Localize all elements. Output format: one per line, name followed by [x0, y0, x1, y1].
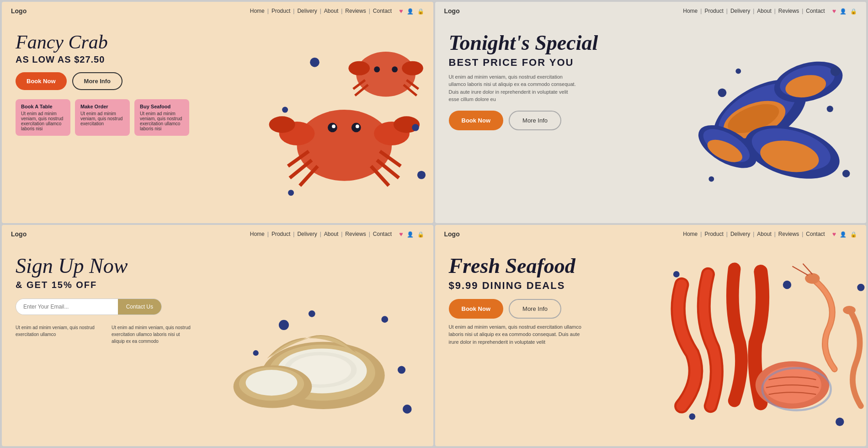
nav-contact-4[interactable]: Contact: [806, 231, 825, 237]
nav-delivery-4[interactable]: Delivery: [730, 231, 750, 237]
nav-about-1[interactable]: About: [324, 8, 338, 14]
nav-reviews-3[interactable]: Reviews: [345, 231, 366, 237]
card-text-1: Ut enim ad minim veniam, quis nostrud ex…: [80, 111, 124, 126]
book-now-btn-2[interactable]: Book Now: [449, 111, 504, 130]
panel-tonights-special: Logo Home | Product | Delivery | About |…: [435, 2, 867, 223]
nav-reviews-2[interactable]: Reviews: [778, 8, 799, 14]
more-info-btn-1[interactable]: More Info: [72, 72, 123, 90]
card-text-0: Ut enim ad minim veniam, quis nostrud ex…: [21, 111, 65, 131]
card-buy-seafood: Buy Seafood Ut enim ad minim veniam, qui…: [134, 99, 189, 136]
nav-home-3[interactable]: Home: [250, 231, 265, 237]
email-input[interactable]: [16, 299, 118, 315]
book-now-btn-4[interactable]: Book Now: [449, 299, 504, 319]
hero-title-1: Fancy Crab: [16, 32, 420, 53]
logo-2: Logo: [444, 7, 460, 15]
navbar-1: Logo Home | Product | Delivery | About |…: [2, 2, 433, 20]
nav-icons-2: [832, 7, 857, 15]
card-title-0: Book A Table: [21, 104, 65, 109]
nav-product-1[interactable]: Product: [272, 8, 290, 14]
nav-product-2[interactable]: Product: [704, 8, 723, 14]
hero-subtitle-1: AS LOW AS $27.50: [16, 54, 420, 65]
book-now-btn-1[interactable]: Book Now: [16, 72, 67, 90]
panel-4-content: Fresh Seafood $9.99 DINING DEALS Book No…: [435, 245, 867, 446]
nav-delivery-3[interactable]: Delivery: [297, 231, 317, 237]
nav-contact-2[interactable]: Contact: [806, 8, 825, 14]
heart-icon-2[interactable]: [832, 7, 836, 15]
nav-product-3[interactable]: Product: [272, 231, 290, 237]
card-book-table: Book A Table Ut enim ad minim veniam, qu…: [16, 99, 70, 136]
hero-title-4: Fresh Seafood: [449, 255, 853, 278]
nav-icons-1: [399, 7, 424, 15]
signup-info: Ut enim ad minim veniam, quis nostrud ex…: [16, 324, 420, 345]
logo-4: Logo: [444, 230, 460, 238]
heart-icon-1[interactable]: [399, 7, 403, 15]
card-title-2: Buy Seafood: [140, 104, 184, 109]
navbar-4: Logo Home | Product | Delivery | About |…: [435, 225, 867, 243]
user-icon-3[interactable]: [407, 230, 414, 238]
more-info-btn-2[interactable]: More Info: [509, 111, 561, 130]
lock-icon-1[interactable]: [417, 7, 424, 15]
contact-us-btn[interactable]: Contact Us: [118, 299, 161, 315]
hero-subtitle-4: $9.99 DINING DEALS: [449, 280, 853, 292]
info-col-text-2: Ut enim ad minim veniam, quis nostrud ex…: [112, 324, 194, 345]
hero-desc-2: Ut enim ad minim veniam, quis nostrud ex…: [449, 73, 577, 103]
nav-home-1[interactable]: Home: [250, 8, 265, 14]
nav-reviews-1[interactable]: Reviews: [345, 8, 366, 14]
nav-about-4[interactable]: About: [757, 231, 771, 237]
hero-title-2: Tonight's Special: [449, 32, 853, 55]
card-make-order: Make Order Ut enim ad minim veniam, quis…: [75, 99, 130, 136]
panel-fancy-crab: Logo Home | Product | Delivery | About |…: [2, 2, 433, 223]
panel-2-content: Tonight's Special BEST PRICE FOR YOU Ut …: [435, 22, 867, 223]
user-icon-2[interactable]: [840, 7, 847, 15]
hero-desc-4: Ut enim ad minim veniam, quis nostrud ex…: [449, 323, 586, 346]
panel-1-content: Fancy Crab AS LOW AS $27.50 Book Now Mor…: [2, 22, 433, 223]
heart-icon-4[interactable]: [832, 230, 836, 238]
nav-links-1: Home | Product | Delivery | About | Revi…: [250, 8, 392, 14]
lock-icon-2[interactable]: [850, 7, 857, 15]
nav-icons-3: [399, 230, 424, 238]
nav-home-2[interactable]: Home: [683, 8, 698, 14]
nav-contact-1[interactable]: Contact: [373, 8, 392, 14]
lock-icon-4[interactable]: [850, 230, 857, 238]
more-info-btn-4[interactable]: More Info: [509, 299, 561, 319]
info-col-1: Ut enim ad minim veniam, quis nostrud ex…: [16, 324, 98, 345]
panel-signup: Logo Home | Product | Delivery | About |…: [2, 225, 433, 446]
nav-reviews-4[interactable]: Reviews: [778, 231, 799, 237]
card-text-2: Ut enim ad minim veniam, quis nostrud ex…: [140, 111, 184, 131]
hero-subtitle-2: BEST PRICE FOR YOU: [449, 57, 853, 69]
nav-about-2[interactable]: About: [757, 8, 771, 14]
info-cards-1: Book A Table Ut enim ad minim veniam, qu…: [16, 99, 420, 136]
nav-delivery-1[interactable]: Delivery: [297, 8, 317, 14]
lock-icon-3[interactable]: [417, 230, 424, 238]
hero-buttons-4: Book Now More Info: [449, 299, 853, 319]
nav-about-3[interactable]: About: [324, 231, 338, 237]
nav-delivery-2[interactable]: Delivery: [730, 8, 750, 14]
nav-links-4: Home | Product | Delivery | About | Revi…: [683, 231, 825, 237]
hero-buttons-1: Book Now More Info: [16, 72, 420, 90]
hero-subtitle-3: & GET 15% OFF: [16, 280, 420, 290]
nav-home-4[interactable]: Home: [683, 231, 698, 237]
heart-icon-3[interactable]: [399, 230, 403, 238]
nav-links-3: Home | Product | Delivery | About | Revi…: [250, 231, 392, 237]
nav-icons-4: [832, 230, 857, 238]
navbar-2: Logo Home | Product | Delivery | About |…: [435, 2, 867, 20]
nav-contact-3[interactable]: Contact: [373, 231, 392, 237]
info-col-text-1: Ut enim ad minim veniam, quis nostrud ex…: [16, 324, 98, 338]
email-form: Contact Us: [16, 299, 162, 315]
logo-3: Logo: [11, 230, 27, 238]
nav-links-2: Home | Product | Delivery | About | Revi…: [683, 8, 825, 14]
panel-fresh-seafood: Logo Home | Product | Delivery | About |…: [435, 225, 867, 446]
nav-product-4[interactable]: Product: [704, 231, 723, 237]
user-icon-4[interactable]: [840, 230, 847, 238]
hero-buttons-2: Book Now More Info: [449, 111, 853, 130]
navbar-3: Logo Home | Product | Delivery | About |…: [2, 225, 433, 243]
panel-3-content: Sign Up Now & GET 15% OFF Contact Us Ut …: [2, 245, 433, 446]
info-col-2: Ut enim ad minim veniam, quis nostrud ex…: [112, 324, 194, 345]
card-title-1: Make Order: [80, 104, 124, 109]
user-icon-1[interactable]: [407, 7, 414, 15]
logo-1: Logo: [11, 7, 27, 15]
hero-title-3: Sign Up Now: [16, 255, 420, 278]
